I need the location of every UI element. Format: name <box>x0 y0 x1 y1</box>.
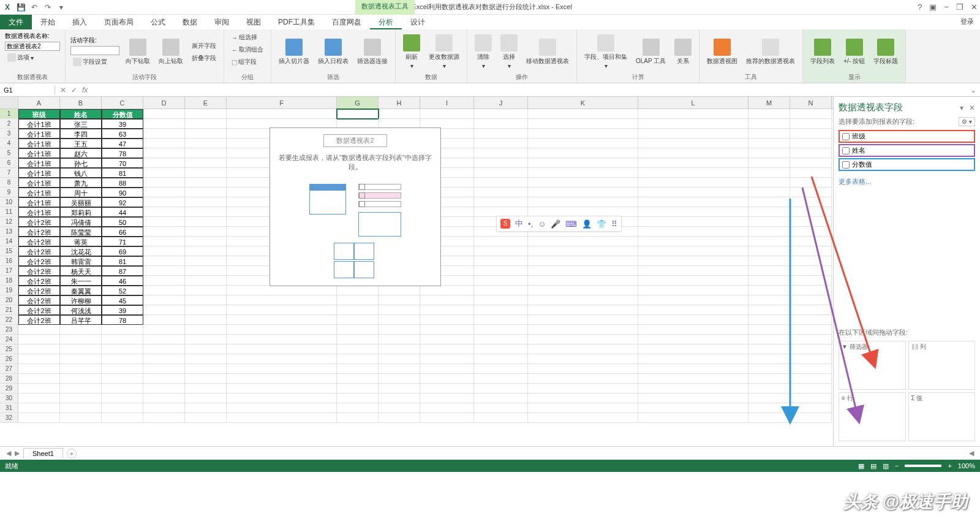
ribbon-display-icon[interactable]: ▣ <box>929 2 937 12</box>
col-header[interactable]: H <box>379 97 420 108</box>
cell[interactable] <box>60 384 102 393</box>
row-header[interactable]: 11 <box>0 207 18 217</box>
cell[interactable] <box>528 246 638 256</box>
pivot-name-input[interactable] <box>5 42 60 51</box>
cell[interactable] <box>790 305 832 315</box>
cell[interactable] <box>748 413 790 423</box>
cell[interactable]: 会计1班 <box>18 207 60 217</box>
cell[interactable] <box>748 335 790 344</box>
cell[interactable] <box>102 413 143 423</box>
customize-icon[interactable]: ▾ <box>56 2 66 12</box>
panel-dropdown-icon[interactable]: ▾ <box>960 104 963 112</box>
cell[interactable] <box>420 413 474 423</box>
cell[interactable] <box>748 148 790 158</box>
cell[interactable] <box>143 256 185 266</box>
row-header[interactable]: 12 <box>0 217 18 227</box>
cell[interactable] <box>420 295 474 305</box>
cell[interactable] <box>638 178 748 188</box>
cell[interactable]: 郑莉莉 <box>60 207 102 217</box>
ime-punct-icon[interactable]: •, <box>528 219 533 229</box>
cell[interactable] <box>790 139 832 148</box>
row-header[interactable]: 26 <box>0 354 18 364</box>
row-header[interactable]: 21 <box>0 305 18 315</box>
cell[interactable] <box>185 384 227 393</box>
row-header[interactable]: 18 <box>0 276 18 286</box>
col-header[interactable]: L <box>638 97 748 108</box>
field-item-score[interactable]: 分数值 <box>839 158 975 171</box>
col-header[interactable]: A <box>18 97 60 108</box>
cell[interactable] <box>638 139 748 148</box>
cell[interactable] <box>748 197 790 207</box>
cell[interactable] <box>638 207 748 217</box>
cell[interactable] <box>185 139 227 148</box>
cell[interactable] <box>748 129 790 139</box>
cell[interactable] <box>337 384 379 393</box>
expand-field-button[interactable]: 展开字段 <box>189 40 219 51</box>
field-checkbox-score[interactable] <box>842 161 850 169</box>
row-header[interactable]: 1 <box>0 109 18 119</box>
refresh-button[interactable]: 刷新 ▾ <box>401 33 423 70</box>
fields-items-button[interactable]: 字段、项目和集 ▾ <box>582 33 630 70</box>
cell[interactable] <box>474 384 528 393</box>
cell[interactable] <box>528 188 638 197</box>
cell[interactable]: 朱一一 <box>60 276 102 286</box>
cell[interactable] <box>143 129 185 139</box>
cell[interactable] <box>102 335 143 344</box>
cell[interactable]: 81 <box>102 168 143 178</box>
cell[interactable] <box>185 413 227 423</box>
cell[interactable]: 蒋英 <box>60 237 102 246</box>
tab-analyze[interactable]: 分析 <box>370 15 402 29</box>
cell[interactable] <box>748 295 790 305</box>
cell[interactable] <box>474 325 528 335</box>
cell[interactable] <box>790 178 832 188</box>
cell[interactable] <box>748 266 790 276</box>
cell[interactable]: 吴丽丽 <box>60 197 102 207</box>
cell[interactable]: 会计1班 <box>18 158 60 168</box>
tab-view[interactable]: 视图 <box>238 15 270 29</box>
cell[interactable] <box>638 305 748 315</box>
change-source-button[interactable]: 更改数据源 ▾ <box>426 33 462 70</box>
cell[interactable] <box>143 393 185 403</box>
cell[interactable]: 78 <box>102 148 143 158</box>
cell[interactable]: 会计1班 <box>18 139 60 148</box>
cell[interactable] <box>185 129 227 139</box>
cell[interactable] <box>227 315 337 325</box>
cell[interactable] <box>185 148 227 158</box>
cell[interactable] <box>185 403 227 413</box>
col-header[interactable]: C <box>102 97 143 108</box>
row-header[interactable]: 6 <box>0 158 18 168</box>
cell[interactable] <box>185 325 227 335</box>
cell[interactable]: 66 <box>102 227 143 237</box>
cell[interactable]: 会计2班 <box>18 217 60 227</box>
cell[interactable] <box>337 393 379 403</box>
add-sheet-button[interactable]: + <box>67 449 77 458</box>
cell[interactable] <box>185 286 227 295</box>
row-header[interactable]: 16 <box>0 256 18 266</box>
fx-icon[interactable]: fx <box>82 86 88 94</box>
cell[interactable] <box>143 217 185 227</box>
cell[interactable] <box>60 413 102 423</box>
cell[interactable]: 会计1班 <box>18 188 60 197</box>
cell[interactable]: 会计1班 <box>18 168 60 178</box>
tab-insert[interactable]: 插入 <box>64 15 96 29</box>
cell[interactable]: 88 <box>102 178 143 188</box>
redo-icon[interactable]: ↷ <box>43 2 53 12</box>
cell[interactable] <box>18 413 60 423</box>
cell[interactable] <box>474 168 528 178</box>
cell[interactable] <box>528 266 638 276</box>
cell[interactable] <box>528 364 638 374</box>
cell[interactable] <box>748 246 790 256</box>
cell[interactable]: 许柳柳 <box>60 295 102 305</box>
cell[interactable] <box>528 129 638 139</box>
cell[interactable] <box>638 344 748 354</box>
cell[interactable]: 吕芊芊 <box>60 315 102 325</box>
cell[interactable] <box>638 246 748 256</box>
cell[interactable] <box>790 374 832 384</box>
row-header[interactable]: 23 <box>0 325 18 335</box>
col-header[interactable]: J <box>474 97 528 108</box>
cell[interactable] <box>18 374 60 384</box>
cell[interactable] <box>748 325 790 335</box>
cell[interactable] <box>185 256 227 266</box>
cell[interactable] <box>638 276 748 286</box>
row-header[interactable]: 9 <box>0 188 18 197</box>
